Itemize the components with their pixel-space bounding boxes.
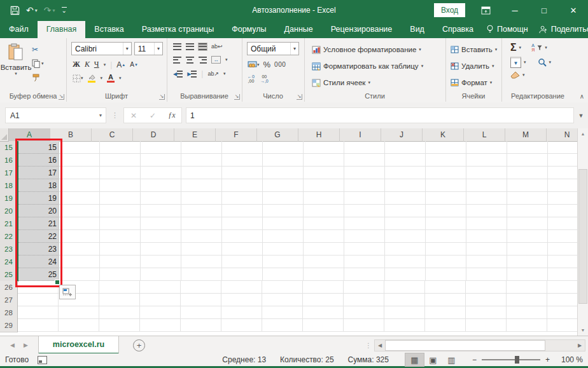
cell-L21[interactable] xyxy=(466,217,507,230)
cell-L27[interactable] xyxy=(466,294,507,306)
cell-B28[interactable] xyxy=(59,306,99,319)
cell-G27[interactable] xyxy=(262,294,303,306)
align-right-button[interactable] xyxy=(199,57,207,64)
paste-button[interactable]: Вставить ▾ xyxy=(0,38,32,83)
cell-K29[interactable] xyxy=(425,319,466,332)
cell-F29[interactable] xyxy=(221,319,262,332)
cell-J17[interactable] xyxy=(385,167,426,179)
cell-B23[interactable] xyxy=(59,243,100,256)
cell-D25[interactable] xyxy=(141,268,181,281)
cell-I18[interactable] xyxy=(344,179,385,192)
decrease-decimal-button[interactable]: 00→,0 xyxy=(260,74,269,83)
cell-J29[interactable] xyxy=(384,319,425,332)
cell-E16[interactable] xyxy=(181,154,222,167)
cell-H18[interactable] xyxy=(304,179,344,192)
row-header-28[interactable]: 28 xyxy=(0,306,18,320)
column-header-M[interactable]: M xyxy=(505,128,547,142)
cell-H28[interactable] xyxy=(303,306,344,319)
cell-B16[interactable] xyxy=(59,154,100,167)
tab-help[interactable]: Справка xyxy=(433,21,482,38)
cell-K18[interactable] xyxy=(426,179,466,192)
vertical-scrollbar[interactable]: ▲ ▼ xyxy=(577,128,588,336)
cell-F22[interactable] xyxy=(222,230,263,243)
column-header-A[interactable]: A xyxy=(9,128,50,142)
cell-K16[interactable] xyxy=(426,154,466,167)
cell-J22[interactable] xyxy=(385,230,426,243)
column-header-I[interactable]: I xyxy=(340,128,381,142)
orientation-button[interactable]: ab↗ xyxy=(207,72,219,76)
copy-caret-icon[interactable]: ▾ xyxy=(41,61,44,66)
row-header-23[interactable]: 23 xyxy=(0,243,18,256)
cell-L15[interactable] xyxy=(466,141,507,154)
cell-E23[interactable] xyxy=(181,243,222,256)
cell-D22[interactable] xyxy=(141,230,181,243)
scroll-left-icon[interactable]: ◀ xyxy=(375,343,385,348)
row-header-27[interactable]: 27 xyxy=(0,294,18,307)
cell-I16[interactable] xyxy=(344,154,385,167)
sheet-tab-active[interactable]: microexcel.ru xyxy=(38,336,119,354)
cell-G25[interactable] xyxy=(263,268,304,281)
cell-L17[interactable] xyxy=(466,167,507,179)
cell-B20[interactable] xyxy=(59,205,100,217)
cell-J16[interactable] xyxy=(385,154,426,167)
tab-view[interactable]: Вид xyxy=(401,21,433,38)
cell-G23[interactable] xyxy=(263,243,304,256)
align-bottom-button[interactable] xyxy=(199,43,207,50)
cell-M28[interactable] xyxy=(507,306,547,319)
find-select-caret-icon[interactable]: ▾ xyxy=(549,60,552,65)
column-header-L[interactable]: L xyxy=(464,128,505,142)
tab-insert[interactable]: Вставка xyxy=(85,21,132,38)
cell-L25[interactable] xyxy=(466,268,507,281)
cell-K17[interactable] xyxy=(426,167,466,179)
column-header-B[interactable]: B xyxy=(50,128,92,142)
cell-B24[interactable] xyxy=(59,256,100,268)
cell-G19[interactable] xyxy=(263,192,304,205)
autofill-options-button[interactable] xyxy=(59,285,76,299)
cell-J25[interactable] xyxy=(385,268,426,281)
fill-color-button[interactable] xyxy=(88,74,96,83)
row-header-16[interactable]: 16 xyxy=(0,154,18,167)
cell-D28[interactable] xyxy=(140,306,181,319)
column-header-C[interactable]: C xyxy=(92,128,133,142)
autosum-caret-icon[interactable]: ▾ xyxy=(519,45,522,50)
cell-M25[interactable] xyxy=(507,268,548,281)
cell-E26[interactable] xyxy=(181,281,221,294)
underline-button[interactable]: Ч xyxy=(94,60,99,69)
cell-H17[interactable] xyxy=(304,167,344,179)
sheet-prev-icon[interactable]: ◀ xyxy=(10,342,15,348)
cell-F26[interactable] xyxy=(221,281,262,294)
cell-K26[interactable] xyxy=(425,281,466,294)
cell-D18[interactable] xyxy=(141,179,181,192)
cell-styles-button[interactable]: Стили ячеек ▾ xyxy=(312,76,445,89)
cell-A26[interactable] xyxy=(18,281,59,294)
cell-C27[interactable] xyxy=(99,294,140,306)
cell-G21[interactable] xyxy=(263,217,304,230)
merge-center-button[interactable]: ↔ xyxy=(211,56,221,64)
formula-bar-expand-icon[interactable]: ▼ xyxy=(574,112,588,119)
cell-F27[interactable] xyxy=(221,294,262,306)
formula-bar-divider-icon[interactable]: ⋮ xyxy=(111,111,118,119)
cell-C28[interactable] xyxy=(99,306,140,319)
underline-caret-icon[interactable]: ▾ xyxy=(104,62,106,67)
delete-cells-button[interactable]: Удалить ▾ xyxy=(451,60,501,72)
borders-caret-icon[interactable]: ▾ xyxy=(81,76,83,81)
cell-K28[interactable] xyxy=(425,306,466,319)
cell-G28[interactable] xyxy=(262,306,303,319)
cell-A16[interactable]: 16 xyxy=(18,154,59,167)
cell-J15[interactable] xyxy=(385,141,426,154)
font-color-caret-icon[interactable]: ▾ xyxy=(119,76,122,81)
column-header-F[interactable]: F xyxy=(216,128,257,142)
cell-D19[interactable] xyxy=(141,192,181,205)
conditional-formatting-button[interactable]: Условное форматирование ▾ xyxy=(312,43,445,56)
clipboard-dialog-launcher-icon[interactable]: ↘ xyxy=(59,94,64,100)
row-header-21[interactable]: 21 xyxy=(0,217,18,231)
cell-J23[interactable] xyxy=(385,243,426,256)
cell-F25[interactable] xyxy=(222,268,263,281)
cell-A20[interactable]: 20 xyxy=(18,205,59,217)
name-box[interactable]: A1 ▾ xyxy=(5,107,106,123)
cell-M19[interactable] xyxy=(507,192,548,205)
cell-F23[interactable] xyxy=(222,243,263,256)
cell-F15[interactable] xyxy=(222,141,263,154)
row-header-29[interactable]: 29 xyxy=(0,319,18,332)
scroll-down-icon[interactable]: ▼ xyxy=(581,325,585,336)
